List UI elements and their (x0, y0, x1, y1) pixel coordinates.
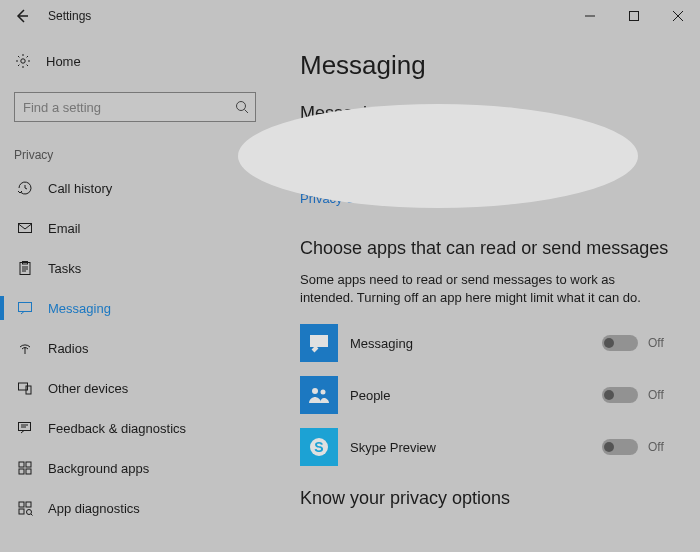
sidebar-item-label: Background apps (48, 461, 149, 476)
svg-rect-18 (310, 335, 328, 347)
sidebar-item-label: Tasks (48, 261, 81, 276)
svg-point-1 (21, 59, 25, 63)
sidebar-item-call-history[interactable]: Call history (14, 168, 256, 208)
background-apps-icon (16, 460, 34, 476)
app-name: Skype Preview (350, 440, 602, 455)
svg-rect-14 (19, 502, 24, 507)
back-button[interactable] (0, 0, 44, 32)
app-row-messaging: Messaging Off (300, 320, 670, 366)
section-choose-apps-title: Choose apps that can read or send messag… (300, 238, 670, 259)
window-title: Settings (48, 9, 91, 23)
sidebar: Home Privacy Call history Email Tasks (0, 32, 270, 552)
close-icon (673, 11, 683, 21)
sidebar-item-label: Messaging (48, 301, 111, 316)
home-label: Home (46, 54, 81, 69)
svg-point-17 (27, 510, 32, 515)
sidebar-item-label: Feedback & diagnostics (48, 421, 186, 436)
nav-list: Call history Email Tasks Messaging Radio… (14, 168, 256, 528)
svg-point-2 (237, 102, 246, 111)
sidebar-item-label: Call history (48, 181, 112, 196)
people-app-icon (300, 376, 338, 414)
svg-rect-10 (19, 462, 24, 467)
sidebar-item-other-devices[interactable]: Other devices (14, 368, 256, 408)
app-name: Messaging (350, 336, 602, 351)
app-toggle-messaging[interactable] (602, 335, 638, 351)
app-toggle-state: Off (648, 440, 670, 454)
email-icon (16, 220, 34, 236)
app-row-skype: S Skype Preview Off (300, 424, 670, 470)
svg-rect-0 (630, 12, 639, 21)
sidebar-item-messaging[interactable]: Messaging (14, 288, 256, 328)
sidebar-item-label: Other devices (48, 381, 128, 396)
app-toggle-state: Off (648, 388, 670, 402)
app-toggle-skype[interactable] (602, 439, 638, 455)
svg-rect-3 (19, 224, 32, 233)
sidebar-item-label: Email (48, 221, 81, 236)
messaging-icon (16, 300, 34, 316)
section-label: Privacy (14, 148, 256, 162)
sidebar-item-app-diagnostics[interactable]: App diagnostics (14, 488, 256, 528)
close-button[interactable] (656, 0, 700, 32)
app-toggle-people[interactable] (602, 387, 638, 403)
other-devices-icon (16, 380, 34, 396)
sidebar-item-background-apps[interactable]: Background apps (14, 448, 256, 488)
app-toggle-state: Off (648, 336, 670, 350)
search-input[interactable] (23, 100, 223, 115)
sidebar-item-label: Radios (48, 341, 88, 356)
search-icon (235, 100, 249, 114)
section-privacy-options-title: Know your privacy options (300, 488, 670, 509)
maximize-button[interactable] (612, 0, 656, 32)
svg-point-19 (312, 388, 318, 394)
search-box[interactable] (14, 92, 256, 122)
app-diagnostics-icon (16, 500, 34, 516)
svg-rect-6 (19, 303, 32, 312)
maximize-icon (629, 11, 639, 21)
app-name: People (350, 388, 602, 403)
sidebar-item-tasks[interactable]: Tasks (14, 248, 256, 288)
svg-text:S: S (314, 439, 323, 455)
arrow-left-icon (13, 7, 31, 25)
sidebar-item-label: App diagnostics (48, 501, 140, 516)
minimize-button[interactable] (568, 0, 612, 32)
sidebar-item-email[interactable]: Email (14, 208, 256, 248)
feedback-icon (16, 420, 34, 436)
tasks-icon (16, 260, 34, 276)
svg-rect-12 (19, 469, 24, 474)
sidebar-item-feedback[interactable]: Feedback & diagnostics (14, 408, 256, 448)
section-choose-apps-desc: Some apps need to read or send messages … (300, 271, 670, 306)
skype-app-icon: S (300, 428, 338, 466)
svg-rect-11 (26, 462, 31, 467)
call-history-icon (16, 180, 34, 196)
sidebar-item-radios[interactable]: Radios (14, 328, 256, 368)
gear-icon (14, 53, 32, 69)
app-row-people: People Off (300, 372, 670, 418)
svg-rect-16 (19, 509, 24, 514)
messaging-app-icon (300, 324, 338, 362)
home-button[interactable]: Home (14, 44, 256, 78)
svg-point-20 (321, 390, 326, 395)
page-title: Messaging (300, 50, 670, 81)
radios-icon (16, 340, 34, 356)
minimize-icon (585, 11, 595, 21)
svg-rect-15 (26, 502, 31, 507)
svg-rect-13 (26, 469, 31, 474)
titlebar: Settings (0, 0, 700, 32)
highlight-spotlight (238, 104, 638, 208)
